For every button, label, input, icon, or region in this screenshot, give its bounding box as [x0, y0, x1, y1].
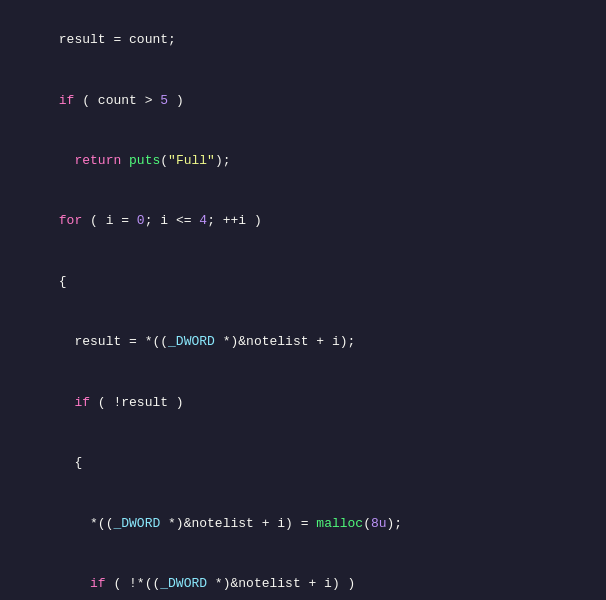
code-line: if ( !*((_DWORD *)&notelist + i) ): [12, 554, 594, 600]
code-line: return puts("Full");: [12, 131, 594, 191]
code-container: result = count; if ( count > 5 ) return …: [0, 0, 606, 600]
code-line: if ( count > 5 ): [12, 70, 594, 130]
code-line: {: [12, 252, 594, 312]
code-line: *((_DWORD *)&notelist + i) = malloc(8u);: [12, 493, 594, 553]
code-line: for ( i = 0; i <= 4; ++i ): [12, 191, 594, 251]
code-line: if ( !result ): [12, 373, 594, 433]
code-line: {: [12, 433, 594, 493]
code-line: result = count;: [12, 10, 594, 70]
code-line: result = *((_DWORD *)&notelist + i);: [12, 312, 594, 372]
